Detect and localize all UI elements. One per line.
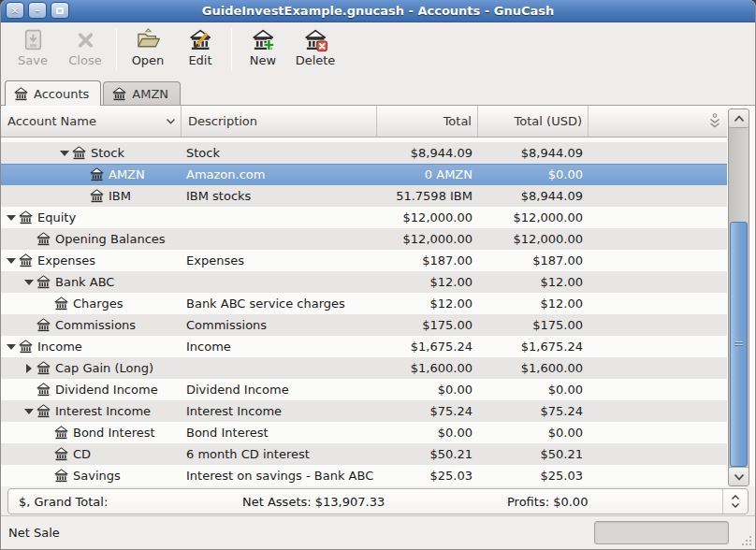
table-row[interactable]: Opening Balances $12,000.00 $12,000.00	[1, 228, 727, 250]
expander-icon[interactable]	[22, 314, 36, 336]
table-row[interactable]: IBM IBM stocks 51.7598 IBM $8,944.09	[1, 185, 727, 207]
account-description: Amazon.com	[182, 164, 377, 185]
open-button[interactable]: Open	[122, 26, 174, 76]
table-row[interactable]: AMZN Amazon.com 0 AMZN $0.00	[1, 164, 727, 185]
profits-value: Profits: $0.00	[507, 495, 588, 509]
account-name: Charges	[73, 297, 123, 311]
account-total-usd: $0.00	[478, 379, 589, 400]
open-button-label: Open	[132, 53, 165, 67]
vertical-scrollbar[interactable]	[728, 109, 749, 486]
scrollbar-track[interactable]	[729, 128, 749, 467]
resize-grip[interactable]	[740, 534, 752, 546]
table-row[interactable]: Charges Bank ABC service charges $12.00 …	[1, 293, 727, 314]
column-header-filler	[589, 106, 702, 138]
expander-icon[interactable]	[22, 357, 36, 379]
tab-amzn[interactable]: AMZN	[103, 81, 181, 105]
account-description: Dividend Income	[182, 379, 377, 400]
expander-icon[interactable]	[4, 250, 19, 271]
account-name: Opening Balances	[55, 232, 166, 246]
bank-icon	[19, 210, 33, 224]
account-name-cell: Stock	[1, 142, 182, 164]
table-row[interactable]: Bond Interest Bond Interest $0.00 $0.00	[1, 422, 727, 443]
account-name-cell: Equity	[1, 207, 182, 228]
bank-icon	[54, 447, 68, 461]
delete-button[interactable]: Delete	[289, 26, 342, 76]
account-total-usd: $12.00	[478, 293, 589, 314]
expander-icon[interactable]	[22, 400, 36, 422]
account-total: $12.00	[377, 271, 478, 293]
expander-icon[interactable]	[39, 443, 54, 465]
status-bar: Net Sale	[1, 515, 755, 549]
close-button-label: Close	[68, 53, 101, 67]
account-name-cell: CD	[1, 443, 182, 465]
expander-icon[interactable]	[4, 336, 19, 357]
account-total-usd: $75.24	[478, 400, 589, 422]
scroll-up-button[interactable]	[729, 109, 749, 128]
column-chooser-button[interactable]	[702, 106, 727, 138]
new-account-icon	[251, 27, 276, 52]
account-name: Expenses	[37, 253, 95, 268]
edit-button[interactable]: Edit	[174, 26, 226, 76]
expander-icon[interactable]	[75, 164, 90, 185]
account-name-cell: Dividend Income	[1, 379, 182, 400]
toolbar: Save Close Open Edit	[1, 22, 755, 80]
bank-icon	[90, 167, 104, 181]
save-button[interactable]: Save	[7, 26, 59, 76]
expander-icon[interactable]	[57, 142, 72, 164]
expander-icon[interactable]	[22, 379, 36, 400]
spinner-chevrons-icon	[731, 493, 740, 510]
column-header-total[interactable]: Total	[377, 106, 478, 138]
table-row[interactable]: Interest Income Interest Income $75.24 $…	[1, 400, 727, 422]
save-button-label: Save	[18, 53, 48, 67]
expander-icon[interactable]	[39, 422, 54, 443]
expander-icon[interactable]	[39, 465, 54, 486]
expander-icon[interactable]	[4, 207, 19, 228]
titlebar: ✕ – GuideInvestExample.gnucash - Account…	[1, 0, 755, 22]
expander-icon[interactable]	[22, 271, 36, 293]
scrollbar-thumb[interactable]	[730, 222, 748, 467]
expander-icon[interactable]	[22, 228, 36, 250]
account-total-usd: $0.00	[478, 422, 589, 443]
table-row[interactable]: Income Income $1,675.24 $1,675.24	[1, 336, 727, 357]
bank-icon	[90, 189, 104, 203]
gnucash-window: ✕ – GuideInvestExample.gnucash - Account…	[0, 0, 756, 550]
bank-icon	[36, 275, 51, 289]
minimize-window-button[interactable]: –	[28, 2, 47, 19]
table-row[interactable]: Equity $12,000.00 $12,000.00	[1, 207, 727, 228]
tab-accounts[interactable]: Accounts	[5, 80, 101, 106]
account-name-cell: Commissions	[1, 314, 182, 336]
chevron-up-icon	[734, 115, 745, 123]
summary-spinner[interactable]	[722, 489, 748, 514]
account-name: Commissions	[55, 318, 136, 332]
table-row[interactable]: CD 6 month CD interest $50.21 $50.21	[1, 443, 727, 465]
column-header-description[interactable]: Description	[182, 106, 377, 138]
account-name: Cap Gain (Long)	[55, 361, 153, 375]
close-window-button[interactable]: ✕	[6, 2, 24, 19]
table-row[interactable]: Dividend Income Dividend Income $0.00 $0…	[1, 379, 727, 400]
new-button[interactable]: New	[237, 26, 289, 76]
account-description: 6 month CD interest	[182, 443, 377, 465]
account-name-cell: AMZN	[1, 164, 182, 185]
table-row[interactable]: Stock Stock $8,944.09 $8,944.09	[1, 142, 727, 164]
account-description	[182, 357, 377, 379]
table-row[interactable]: Expenses Expenses $187.00 $187.00	[1, 250, 727, 271]
expander-icon[interactable]	[75, 185, 90, 207]
toolbar-separator	[231, 28, 232, 71]
bank-icon	[19, 340, 33, 354]
maximize-window-button[interactable]	[51, 2, 69, 19]
table-row[interactable]: Bank ABC $12.00 $12.00	[1, 271, 727, 293]
close-button[interactable]: Close	[59, 26, 111, 76]
table-header: Account Name Description Total Total (US…	[1, 106, 727, 138]
account-total: $0.00	[377, 422, 478, 443]
open-folder-icon	[136, 27, 161, 52]
column-header-total-usd[interactable]: Total (USD)	[478, 106, 589, 138]
scroll-down-button[interactable]	[729, 467, 749, 485]
expander-icon[interactable]	[39, 293, 54, 314]
account-total: $175.00	[377, 314, 478, 336]
column-header-account-name[interactable]: Account Name	[1, 106, 182, 138]
table-row[interactable]: Savings Interest on savings - Bank ABC $…	[1, 465, 727, 486]
table-row[interactable]: Commissions Commissions $175.00 $175.00	[1, 314, 727, 336]
table-row[interactable]: Cap Gain (Long) $1,600.00 $1,600.00	[1, 357, 727, 379]
account-total-usd: $0.00	[478, 164, 589, 185]
delete-button-label: Delete	[296, 53, 336, 67]
